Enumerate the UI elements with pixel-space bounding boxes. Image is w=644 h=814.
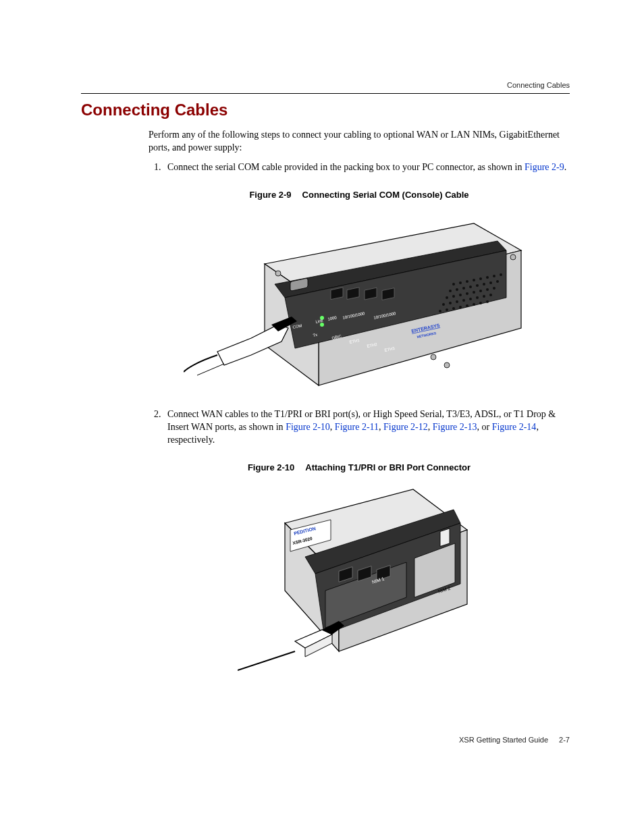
svg-point-19 <box>489 281 492 284</box>
svg-point-33 <box>469 298 472 300</box>
figure-2-9-image: COM Link 1000 10/100/1000 10/100/1000 Tx… <box>149 210 570 392</box>
svg-line-54 <box>197 364 224 375</box>
svg-point-35 <box>483 295 485 298</box>
svg-point-31 <box>456 300 458 303</box>
footer-page: 2-7 <box>559 736 570 744</box>
svg-point-13 <box>449 290 452 292</box>
svg-point-11 <box>493 275 495 277</box>
svg-point-8 <box>473 279 475 281</box>
svg-point-56 <box>510 254 516 260</box>
svg-point-47 <box>320 323 324 327</box>
link-fig-2-10[interactable]: Figure 2-10 <box>286 422 330 432</box>
svg-point-37 <box>439 310 441 313</box>
svg-point-16 <box>469 286 472 288</box>
figure-2-10-label: Figure 2-10 <box>248 462 294 472</box>
svg-point-40 <box>459 306 462 308</box>
svg-point-12 <box>500 273 502 276</box>
figure-2-10-caption: Figure 2-10Attaching T1/PRI or BRI Port … <box>149 462 570 474</box>
svg-point-9 <box>479 277 482 280</box>
svg-point-25 <box>473 291 475 294</box>
svg-point-23 <box>459 294 462 296</box>
svg-point-22 <box>452 295 455 298</box>
svg-point-18 <box>483 283 485 286</box>
link-fig-2-12[interactable]: Figure 2-12 <box>383 422 428 432</box>
svg-point-29 <box>442 303 445 306</box>
svg-rect-70 <box>440 528 450 547</box>
svg-point-36 <box>489 294 492 296</box>
step-1: Connect the serial COM cable provided in… <box>163 161 570 174</box>
svg-point-15 <box>462 287 465 290</box>
svg-point-10 <box>486 276 489 279</box>
svg-point-21 <box>446 296 448 299</box>
link-fig-2-11[interactable]: Figure 2-11 <box>335 422 379 432</box>
svg-point-43 <box>479 302 482 304</box>
figure-2-9-title: Connecting Serial COM (Console) Cable <box>302 190 469 200</box>
svg-point-17 <box>476 284 479 287</box>
svg-point-27 <box>486 288 489 291</box>
svg-point-41 <box>466 304 468 307</box>
running-head: Connecting Cables <box>81 81 570 89</box>
svg-point-14 <box>456 288 458 291</box>
intro-paragraph: Perform any of the following steps to co… <box>149 129 570 155</box>
link-fig-2-14[interactable]: Figure 2-14 <box>492 422 537 432</box>
figure-2-10-title: Attaching T1/PRI or BRI Port Connector <box>305 462 471 472</box>
svg-point-42 <box>473 303 475 306</box>
svg-point-34 <box>476 296 479 299</box>
figure-2-9-caption: Figure 2-9Connecting Serial COM (Console… <box>149 189 570 201</box>
page-footer: XSR Getting Started Guide2-7 <box>459 736 570 744</box>
svg-point-26 <box>479 290 482 292</box>
step-2: Connect WAN cables to the T1/PRI or BRI … <box>163 408 570 447</box>
step-1-suffix: . <box>564 162 567 172</box>
link-fig-2-13[interactable]: Figure 2-13 <box>433 422 477 432</box>
svg-point-20 <box>496 280 499 283</box>
step-1-text: Connect the serial COM cable provided in… <box>167 162 525 172</box>
svg-point-24 <box>466 292 468 295</box>
svg-point-57 <box>431 354 436 360</box>
svg-point-58 <box>444 362 450 368</box>
svg-point-32 <box>462 299 465 302</box>
svg-point-30 <box>449 302 452 304</box>
svg-point-55 <box>275 271 281 276</box>
link-fig-2-9[interactable]: Figure 2-9 <box>525 162 564 172</box>
svg-point-7 <box>466 280 468 283</box>
header-rule <box>81 93 570 94</box>
section-title: Connecting Cables <box>81 101 570 119</box>
figure-2-9-label: Figure 2-9 <box>249 190 291 200</box>
svg-point-44 <box>486 300 489 303</box>
svg-point-6 <box>459 281 462 284</box>
svg-point-28 <box>493 287 495 290</box>
svg-point-5 <box>452 283 455 286</box>
svg-point-38 <box>446 308 448 311</box>
svg-point-39 <box>452 307 455 310</box>
figure-2-10-image: PEDITION XSR-3020 NIM 1 NIM 2 <box>149 483 570 678</box>
footer-book: XSR Getting Started Guide <box>459 736 548 744</box>
